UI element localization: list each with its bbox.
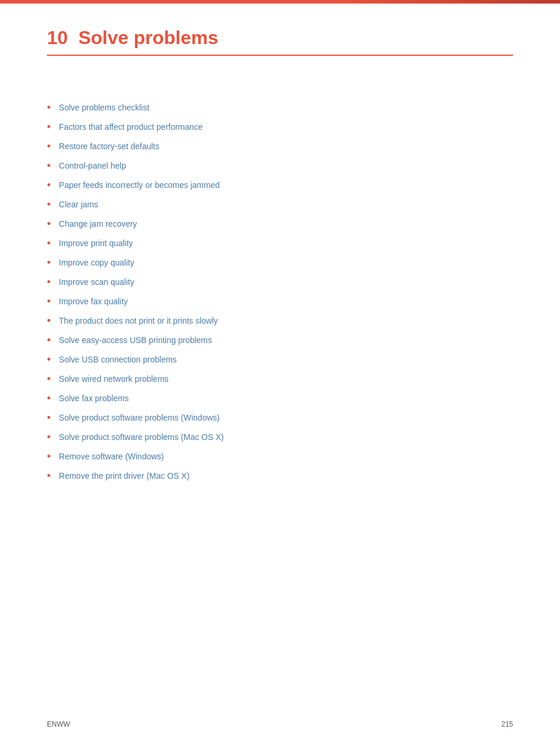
bullet-icon: •: [47, 431, 50, 443]
toc-link[interactable]: Restore factory-set defaults: [59, 142, 159, 151]
chapter-title-text: Solve problems: [78, 27, 218, 48]
bullet-icon: •: [47, 315, 50, 327]
toc-link[interactable]: Solve wired network problems: [59, 374, 168, 384]
chapter-header: 10 Solve problems: [47, 27, 513, 56]
toc-link[interactable]: Improve scan quality: [59, 277, 134, 287]
bullet-icon: •: [47, 373, 50, 385]
toc-link[interactable]: Improve print quality: [59, 238, 133, 248]
toc-item: •Solve problems checklist: [47, 103, 513, 114]
toc-item: •Change jam recovery: [47, 219, 513, 230]
toc-item: •Factors that affect product performance: [47, 122, 513, 133]
toc-item: •Improve print quality: [47, 238, 513, 250]
page-footer: ENWW 215: [47, 720, 513, 728]
toc-link[interactable]: Remove software (Windows): [59, 452, 164, 461]
footer-left: ENWW: [47, 720, 70, 728]
bullet-icon: •: [47, 354, 50, 366]
toc-list: •Solve problems checklist•Factors that a…: [47, 103, 513, 482]
toc-link[interactable]: Remove the print driver (Mac OS X): [59, 471, 190, 480]
bullet-icon: •: [47, 140, 50, 153]
toc-item: •Solve fax problems: [47, 394, 513, 405]
toc-item: •Clear jams: [47, 200, 513, 211]
bullet-icon: •: [47, 218, 50, 230]
bullet-icon: •: [47, 121, 50, 133]
toc-link[interactable]: Solve USB connection problems: [59, 355, 177, 364]
toc-item: •Control-panel help: [47, 161, 513, 172]
toc-item: •Solve wired network problems: [47, 374, 513, 385]
toc-link[interactable]: The product does not print or it prints …: [59, 316, 218, 325]
footer-right: 215: [501, 720, 513, 728]
toc-link[interactable]: Solve fax problems: [59, 394, 129, 403]
toc-link[interactable]: Control-panel help: [59, 161, 126, 170]
toc-item: •Paper feeds incorrectly or becomes jamm…: [47, 180, 513, 191]
toc-item: •Improve scan quality: [47, 277, 513, 288]
toc-item: •Solve product software problems (Window…: [47, 413, 513, 424]
bullet-icon: •: [47, 334, 50, 347]
toc-link[interactable]: Factors that affect product performance: [59, 122, 203, 132]
toc-link[interactable]: Solve easy-access USB printing problems: [59, 335, 212, 345]
toc-link[interactable]: Paper feeds incorrectly or becomes jamme…: [59, 180, 220, 190]
bullet-icon: •: [47, 257, 50, 269]
toc-item: •Improve fax quality: [47, 297, 513, 308]
bullet-icon: •: [47, 102, 50, 114]
toc-item: •Solve product software problems (Mac OS…: [47, 432, 513, 443]
toc-item: •Remove the print driver (Mac OS X): [47, 471, 513, 482]
toc-link[interactable]: Clear jams: [59, 200, 98, 209]
toc-link[interactable]: Improve copy quality: [59, 258, 134, 267]
toc-item: •Improve copy quality: [47, 258, 513, 269]
toc-item: •Remove software (Windows): [47, 452, 513, 463]
bullet-icon: •: [47, 237, 50, 250]
toc-item: •The product does not print or it prints…: [47, 316, 513, 327]
bullet-icon: •: [47, 392, 50, 405]
toc-link[interactable]: Solve product software problems (Mac OS …: [59, 432, 224, 442]
toc-item: •Restore factory-set defaults: [47, 142, 513, 153]
bullet-icon: •: [47, 412, 50, 424]
toc-item: •Solve USB connection problems: [47, 355, 513, 366]
bullet-icon: •: [47, 160, 50, 172]
bullet-icon: •: [47, 470, 50, 482]
toc-link[interactable]: Change jam recovery: [59, 219, 137, 228]
toc-item: •Solve easy-access USB printing problems: [47, 335, 513, 347]
chapter-title: 10 Solve problems: [47, 27, 513, 49]
bullet-icon: •: [47, 179, 50, 191]
bullet-icon: •: [47, 295, 50, 308]
toc-link[interactable]: Solve product software problems (Windows…: [59, 413, 220, 422]
bullet-icon: •: [47, 451, 50, 463]
toc-link[interactable]: Solve problems checklist: [59, 103, 149, 112]
chapter-number: 10: [47, 27, 68, 48]
toc-link[interactable]: Improve fax quality: [59, 297, 128, 306]
bullet-icon: •: [47, 276, 50, 288]
bullet-icon: •: [47, 199, 50, 211]
